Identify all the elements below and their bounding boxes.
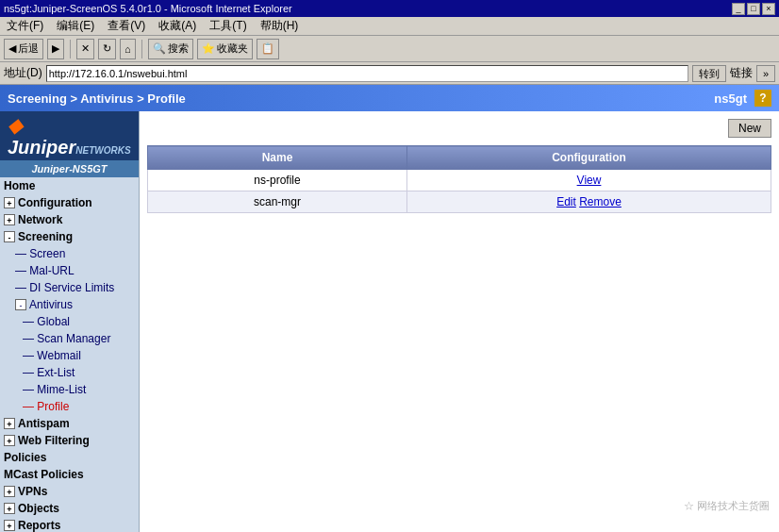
hostname: ns5gt: [714, 91, 747, 106]
sidebar-item-antispam[interactable]: +Antispam: [0, 415, 139, 432]
sidebar-item-home[interactable]: Home: [0, 177, 139, 194]
watermark: ☆ 网络技术主货圈: [684, 499, 770, 513]
new-button[interactable]: New: [728, 119, 771, 138]
table-row: ns-profile View: [148, 170, 771, 191]
sidebar-item-scan-manager[interactable]: — Scan Manager: [0, 330, 139, 347]
logo-text: ◆ JuniperNETWORKS: [8, 114, 131, 158]
row-config-ns-profile: View: [407, 170, 771, 191]
search-button[interactable]: 🔍 搜索: [148, 39, 193, 59]
menu-favorites[interactable]: 收藏(A): [156, 18, 199, 34]
sidebar-item-objects[interactable]: +Objects: [0, 500, 139, 517]
forward-button[interactable]: ▶: [47, 39, 64, 59]
row-name-scan-mgr: scan-mgr: [148, 191, 407, 213]
sidebar-item-configuration[interactable]: +Configuration: [0, 194, 139, 211]
device-name: Juniper-NS5GT: [0, 160, 139, 177]
sidebar-item-mcast-policies[interactable]: MCast Policies: [0, 466, 139, 483]
sidebar-item-ext-list[interactable]: — Ext-List: [0, 364, 139, 381]
sidebar: ◆ JuniperNETWORKS Juniper-NS5GT Home +Co…: [0, 111, 140, 532]
address-bar: 地址(D) 转到 链接 »: [0, 62, 779, 85]
menu-file[interactable]: 文件(F): [4, 18, 46, 34]
refresh-button[interactable]: ↻: [98, 39, 116, 59]
address-label: 地址(D): [4, 65, 42, 81]
sidebar-item-policies[interactable]: Policies: [0, 449, 139, 466]
minimize-button[interactable]: _: [732, 3, 745, 15]
title-bar: ns5gt:Juniper-ScreenOS 5.4.0r1.0 - Micro…: [0, 0, 779, 17]
address-input[interactable]: [46, 65, 688, 82]
menu-view[interactable]: 查看(V): [105, 18, 148, 34]
sidebar-item-mal-url[interactable]: — Mal-URL: [0, 262, 139, 279]
sidebar-item-antivirus[interactable]: -Antivirus: [0, 296, 139, 313]
home-button[interactable]: ⌂: [120, 39, 136, 59]
sidebar-item-profile[interactable]: — Profile: [0, 398, 139, 415]
back-button[interactable]: ◀ 后退: [4, 39, 43, 59]
sidebar-logo: ◆ JuniperNETWORKS: [0, 111, 139, 160]
sidebar-item-screen[interactable]: — Screen: [0, 245, 139, 262]
sidebar-item-global[interactable]: — Global: [0, 313, 139, 330]
app-header-right: ns5gt ?: [714, 90, 771, 107]
maximize-button[interactable]: □: [747, 3, 760, 15]
view-link-ns-profile[interactable]: View: [577, 174, 602, 187]
menu-tools[interactable]: 工具(T): [207, 18, 249, 34]
row-name-ns-profile: ns-profile: [148, 170, 407, 191]
sidebar-item-reports[interactable]: +Reports: [0, 517, 139, 532]
go-button[interactable]: 转到: [692, 65, 726, 82]
history-button[interactable]: 📋: [257, 39, 279, 59]
menu-edit[interactable]: 编辑(E): [54, 18, 97, 34]
content-area: New Name Configuration ns-profile View s…: [140, 111, 779, 532]
table-row: scan-mgr Edit Remove: [148, 191, 771, 213]
favorites-button[interactable]: ⭐ 收藏夹: [197, 39, 253, 59]
sidebar-item-screening[interactable]: -Screening: [0, 228, 139, 245]
toolbar: ◀ 后退 ▶ ✕ ↻ ⌂ 🔍 搜索 ⭐ 收藏夹 📋: [0, 36, 779, 62]
sidebar-item-webmail[interactable]: — Webmail: [0, 347, 139, 364]
row-config-scan-mgr: Edit Remove: [407, 191, 771, 213]
sidebar-item-vpns[interactable]: +VPNs: [0, 483, 139, 500]
app-header: Screening > Antivirus > Profile ns5gt ?: [0, 85, 779, 111]
edit-link-scan-mgr[interactable]: Edit: [556, 195, 576, 208]
title-bar-buttons: _ □ ×: [732, 3, 775, 15]
sidebar-item-network[interactable]: +Network: [0, 211, 139, 228]
column-header-name: Name: [148, 146, 407, 170]
table-header-row: Name Configuration: [148, 146, 771, 170]
links-button[interactable]: »: [756, 65, 775, 82]
window-title: ns5gt:Juniper-ScreenOS 5.4.0r1.0 - Micro…: [4, 3, 292, 14]
sidebar-item-mime-list[interactable]: — Mime-List: [0, 381, 139, 398]
links-label: 链接: [730, 65, 753, 81]
menu-help[interactable]: 帮助(H): [257, 18, 302, 34]
menu-bar: 文件(F) 编辑(E) 查看(V) 收藏(A) 工具(T) 帮助(H): [0, 17, 779, 36]
content-toolbar: New: [147, 119, 771, 138]
remove-link-scan-mgr[interactable]: Remove: [579, 195, 622, 208]
sidebar-item-web-filtering[interactable]: +Web Filtering: [0, 432, 139, 449]
close-button[interactable]: ×: [762, 3, 775, 15]
help-button[interactable]: ?: [754, 90, 771, 107]
column-header-config: Configuration: [407, 146, 771, 170]
breadcrumb: Screening > Antivirus > Profile: [8, 91, 186, 106]
sidebar-item-di-service-limits[interactable]: — DI Service Limits: [0, 279, 139, 296]
data-table: Name Configuration ns-profile View scan-…: [147, 145, 771, 213]
main-layout: ◆ JuniperNETWORKS Juniper-NS5GT Home +Co…: [0, 111, 779, 532]
stop-button[interactable]: ✕: [76, 39, 94, 59]
